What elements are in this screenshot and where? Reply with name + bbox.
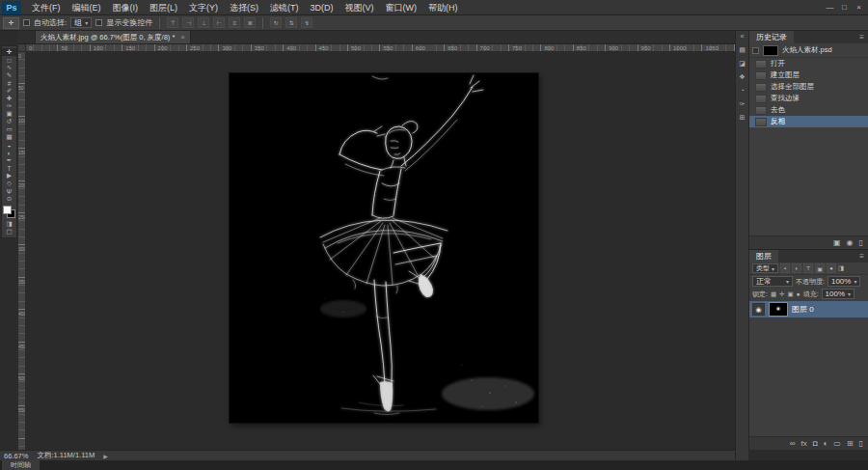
photoshop-logo[interactable]: Ps bbox=[2, 1, 21, 14]
tab-timeline[interactable]: 时间轴 bbox=[2, 460, 40, 470]
filter-adjustment-layers-icon[interactable]: ◐ bbox=[792, 263, 801, 273]
document-canvas[interactable] bbox=[230, 73, 538, 423]
quick-mask-button[interactable]: ◨ bbox=[2, 220, 16, 228]
layer-thumbnail[interactable] bbox=[769, 302, 788, 317]
brush-tool[interactable]: ✑ bbox=[2, 102, 16, 110]
panel-menu-icon[interactable]: ≡ bbox=[855, 33, 868, 41]
gradient-tool[interactable]: ▦ bbox=[2, 133, 16, 141]
eyedropper-tool[interactable]: ✐ bbox=[2, 87, 16, 95]
menu-edit[interactable]: 编辑(E) bbox=[67, 0, 107, 15]
history-brush-tool[interactable]: ↺ bbox=[2, 118, 16, 125]
pen-tool[interactable]: ✒ bbox=[2, 156, 16, 164]
blur-tool[interactable]: ◒ bbox=[2, 141, 16, 149]
clone-stamp-tool[interactable]: ▣ bbox=[2, 110, 16, 118]
add-layer-mask-icon[interactable]: ◘ bbox=[813, 439, 818, 448]
lock-all-icon[interactable]: ● bbox=[797, 290, 800, 297]
tab-close-icon[interactable]: × bbox=[180, 33, 185, 41]
color-panel-icon[interactable]: ▤ bbox=[739, 46, 746, 54]
close-button[interactable]: × bbox=[852, 1, 866, 14]
distribute-icon[interactable]: ≣ bbox=[244, 17, 256, 28]
auto-select-checkbox[interactable] bbox=[23, 19, 30, 26]
adjustments-panel-icon[interactable]: ◪ bbox=[739, 60, 746, 68]
history-step-find-edges[interactable]: 查找边缘 bbox=[749, 93, 868, 104]
brush-panel-icon[interactable]: ✑ bbox=[740, 100, 746, 108]
clone-source-panel-icon[interactable]: ⊞ bbox=[740, 114, 746, 122]
3d-drag-icon[interactable]: ↯ bbox=[301, 17, 312, 28]
tab-layers[interactable]: 图层 bbox=[749, 250, 778, 263]
filter-shape-layers-icon[interactable]: ▣ bbox=[815, 263, 825, 273]
menu-window[interactable]: 窗口(W) bbox=[380, 0, 423, 15]
tab-history[interactable]: 历史记录 bbox=[749, 31, 794, 43]
3d-rotate-icon[interactable]: ↻ bbox=[270, 17, 282, 28]
foreground-color-swatch[interactable] bbox=[3, 206, 12, 214]
filter-smart-objects-icon[interactable]: ● bbox=[827, 263, 836, 273]
document-tab[interactable]: 火焰人素材.jpg @ 66.7%(图层 0, 灰度/8) * × bbox=[35, 30, 191, 43]
minimize-button[interactable]: — bbox=[823, 1, 837, 14]
status-flyout-icon[interactable]: ▶ bbox=[103, 453, 108, 459]
layer-row-0[interactable]: ◉ 图层 0 bbox=[749, 301, 868, 318]
quick-selection-tool[interactable]: ✎ bbox=[2, 71, 16, 79]
move-tool[interactable]: ✛ bbox=[2, 48, 16, 56]
layer-name[interactable]: 图层 0 bbox=[792, 304, 814, 315]
align-left-edges-icon[interactable]: ⊣ bbox=[182, 17, 194, 28]
crop-tool[interactable]: # bbox=[2, 79, 16, 87]
align-top-edges-icon[interactable]: ⊤ bbox=[167, 17, 178, 28]
ruler-origin[interactable] bbox=[18, 44, 26, 52]
delete-state-icon[interactable]: ▯ bbox=[859, 238, 863, 247]
adjustment-layer-icon[interactable]: ◐ bbox=[823, 439, 827, 448]
maximize-button[interactable]: □ bbox=[837, 1, 852, 14]
filter-toggle-icon[interactable]: ◨ bbox=[838, 264, 844, 272]
menu-image[interactable]: 图像(I) bbox=[107, 0, 145, 15]
collapse-panels-icon[interactable]: « bbox=[741, 33, 745, 41]
link-layers-icon[interactable]: ∞ bbox=[790, 439, 796, 448]
align-centers-icon[interactable]: ≡ bbox=[229, 17, 240, 28]
shape-tool[interactable]: ◇ bbox=[2, 180, 16, 187]
history-step-select-all-layers[interactable]: 选择全部图层 bbox=[749, 81, 868, 93]
panel-menu-icon[interactable]: ≡ bbox=[855, 252, 868, 261]
delete-layer-icon[interactable]: ▯ bbox=[859, 439, 863, 448]
blend-mode-dropdown[interactable]: 正常 ▾ bbox=[752, 276, 793, 287]
lock-pixels-icon[interactable]: ▣ bbox=[788, 290, 794, 298]
type-tool[interactable]: T bbox=[2, 164, 16, 172]
lock-position-icon[interactable]: ✛ bbox=[779, 290, 784, 298]
dodge-tool[interactable]: ◐ bbox=[2, 149, 16, 156]
zoom-level-field[interactable]: 66.67% bbox=[4, 452, 28, 460]
ruler-vertical[interactable]: 050100150200250300350400450500550 bbox=[18, 52, 26, 450]
menu-view[interactable]: 视图(V) bbox=[339, 0, 380, 15]
align-right-edges-icon[interactable]: ⊢ bbox=[213, 17, 225, 28]
opacity-field[interactable]: 100% ▾ bbox=[827, 276, 860, 287]
layer-filter-dropdown[interactable]: 类型 ▾ bbox=[752, 263, 778, 273]
healing-brush-tool[interactable]: ✚ bbox=[2, 95, 16, 102]
fill-field[interactable]: 100% ▾ bbox=[822, 289, 854, 299]
new-group-icon[interactable]: ▭ bbox=[833, 439, 841, 448]
lasso-tool[interactable]: ∿ bbox=[2, 64, 16, 71]
history-step-make-layer[interactable]: 建立图层 bbox=[749, 69, 868, 81]
hand-tool[interactable]: Ψ bbox=[2, 187, 16, 195]
layer-style-icon[interactable]: fx bbox=[800, 439, 806, 448]
info-panel-icon[interactable]: ◔ bbox=[740, 87, 744, 95]
history-step-desaturate[interactable]: 去色 bbox=[749, 104, 868, 116]
styles-panel-icon[interactable]: ❖ bbox=[739, 73, 745, 81]
menu-file[interactable]: 文件(F) bbox=[26, 0, 67, 15]
menu-type[interactable]: 文字(Y) bbox=[183, 0, 224, 15]
menu-3d[interactable]: 3D(D) bbox=[305, 0, 339, 15]
show-transform-checkbox[interactable] bbox=[95, 19, 102, 26]
canvas-area[interactable] bbox=[26, 52, 735, 450]
layer-visibility-eye-icon[interactable]: ◉ bbox=[752, 303, 765, 316]
auto-select-dropdown[interactable]: 组 ▾ bbox=[70, 17, 92, 28]
menu-layer[interactable]: 图层(L) bbox=[144, 0, 183, 15]
new-document-from-state-icon[interactable]: ▣ bbox=[833, 238, 841, 247]
history-step-open[interactable]: 打开 bbox=[749, 58, 868, 69]
history-step-invert[interactable]: 反相 bbox=[749, 116, 868, 127]
3d-roll-icon[interactable]: ⇅ bbox=[285, 17, 297, 28]
new-layer-icon[interactable]: ⊞ bbox=[847, 439, 854, 448]
menu-help[interactable]: 帮助(H) bbox=[422, 0, 464, 15]
marquee-tool[interactable]: □ bbox=[2, 56, 16, 64]
eraser-tool[interactable]: ▭ bbox=[2, 125, 16, 133]
history-brush-source-checkbox[interactable] bbox=[752, 47, 759, 54]
lock-transparency-icon[interactable]: ▦ bbox=[771, 290, 776, 298]
menu-filter[interactable]: 滤镜(T) bbox=[264, 0, 305, 15]
ruler-horizontal[interactable]: 0501001502002503003504004505005506006507… bbox=[26, 44, 735, 52]
filter-pixel-layers-icon[interactable]: ▪ bbox=[780, 263, 790, 273]
history-snapshot-row[interactable]: 火焰人素材.psd bbox=[749, 43, 868, 58]
